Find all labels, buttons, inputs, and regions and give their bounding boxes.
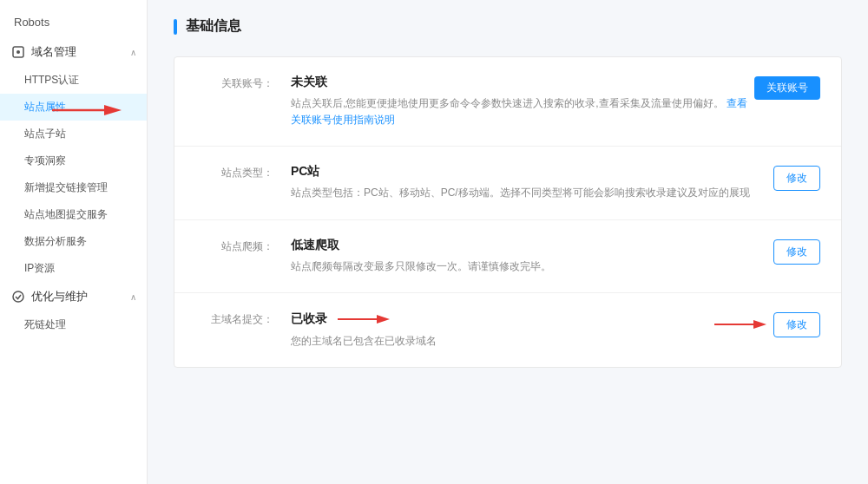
- sidebar-item-site-attr[interactable]: 站点属性: [0, 94, 147, 121]
- red-arrow-indexed: [338, 311, 390, 328]
- btn-modify-crawl-freq[interactable]: 修改: [773, 239, 820, 265]
- info-row-crawl-freq: 站点爬频： 低速爬取 站点爬频每隔改变最多只限修改一次。请谨慎修改完毕。 修改: [174, 220, 841, 293]
- red-arrow-modify: [714, 316, 766, 333]
- sidebar-item-robots[interactable]: Robots: [0, 7, 147, 37]
- shield-icon: [10, 44, 26, 60]
- info-row-pc-site: 站点类型： PC站 站点类型包括：PC站、移动站、PC/移动端。选择不同类型将可…: [174, 147, 841, 219]
- content-indexed: 已收录 您的主域名已包含在已收录域名: [291, 311, 714, 350]
- title-crawl-freq: 低速爬取: [291, 238, 751, 253]
- sidebar-item-data-analysis[interactable]: 数据分析服务: [0, 228, 147, 255]
- action-crawl-freq: 修改: [751, 238, 820, 265]
- btn-modify-indexed[interactable]: 修改: [773, 312, 820, 337]
- chevron-up-icon-2: ∧: [130, 292, 136, 302]
- title-no-index: 未关联: [291, 75, 751, 90]
- label-association: 关联账号：: [195, 75, 273, 91]
- svg-point-2: [13, 291, 23, 302]
- desc-indexed: 您的主域名已包含在已收录域名: [291, 333, 714, 350]
- sidebar-group-domain-label: 域名管理: [31, 44, 76, 60]
- title-indexed: 已收录: [291, 311, 714, 328]
- sidebar: Robots 域名管理 ∧ HTTPS认证 站点属性 站点子站 专项洞察 新增提…: [0, 0, 148, 484]
- chevron-up-icon: ∧: [130, 48, 136, 57]
- optimize-icon: [10, 289, 26, 304]
- desc-association: 站点关联后,您能更便捷地使用更多命令令参数快速进入搜索的收录,查看采集及流量使用…: [291, 95, 751, 128]
- desc-pc-site: 站点类型包括：PC站、移动站、PC/移动端。选择不同类型将可能会影响搜索收录建议…: [291, 185, 751, 201]
- content-association: 未关联 站点关联后,您能更便捷地使用更多命令令参数快速进入搜索的收录,查看采集及…: [291, 75, 751, 128]
- btn-modify-pc-site[interactable]: 修改: [773, 166, 820, 191]
- sidebar-robots-label: Robots: [14, 16, 49, 29]
- sidebar-item-seo[interactable]: 专项洞察: [0, 147, 147, 174]
- sidebar-item-subsite[interactable]: 站点子站: [0, 121, 147, 147]
- content-crawl-freq: 低速爬取 站点爬频每隔改变最多只限修改一次。请谨慎修改完毕。: [291, 238, 751, 275]
- action-indexed: 修改: [714, 311, 820, 337]
- content-pc-site: PC站 站点类型包括：PC站、移动站、PC/移动端。选择不同类型将可能会影响搜索…: [291, 164, 751, 201]
- sidebar-group-domain[interactable]: 域名管理 ∧: [0, 37, 147, 67]
- title-pc-site: PC站: [291, 164, 751, 180]
- sidebar-item-ip-resource[interactable]: IP资源: [0, 255, 147, 282]
- sidebar-item-optimize[interactable]: 死链处理: [0, 311, 147, 338]
- svg-point-1: [16, 50, 20, 54]
- sidebar-group-optimize-label: 优化与维护: [31, 289, 88, 304]
- action-association: 关联账号: [751, 75, 820, 100]
- info-card: 关联账号： 未关联 站点关联后,您能更便捷地使用更多命令令参数快速进入搜索的收录…: [174, 56, 842, 368]
- label-crawl-freq: 站点爬频：: [195, 238, 273, 254]
- sidebar-item-site-map[interactable]: 站点地图提交服务: [0, 201, 147, 228]
- sidebar-item-https[interactable]: HTTPS认证: [0, 67, 147, 94]
- btn-associate-account[interactable]: 关联账号: [754, 76, 820, 100]
- svg-marker-4: [377, 315, 390, 324]
- sidebar-group-optimize[interactable]: 优化与维护 ∧: [0, 282, 147, 311]
- sidebar-item-link-submit[interactable]: 新增提交链接管理: [0, 174, 147, 201]
- label-site-type: 站点类型：: [195, 164, 273, 180]
- main-content: 基础信息 关联账号： 未关联 站点关联后,您能更便捷地使用更多命令令参数快速进入…: [148, 0, 868, 484]
- label-main-domain: 主域名提交：: [195, 311, 273, 327]
- svg-marker-6: [753, 320, 766, 329]
- info-row-indexed: 主域名提交： 已收录 您的主域名已包含在已收录域名: [174, 293, 841, 367]
- action-pc-site: 修改: [751, 164, 820, 191]
- info-row-no-index: 关联账号： 未关联 站点关联后,您能更便捷地使用更多命令令参数快速进入搜索的收录…: [174, 57, 841, 147]
- desc-crawl-freq: 站点爬频每隔改变最多只限修改一次。请谨慎修改完毕。: [291, 258, 751, 275]
- section-title: 基础信息: [174, 17, 842, 36]
